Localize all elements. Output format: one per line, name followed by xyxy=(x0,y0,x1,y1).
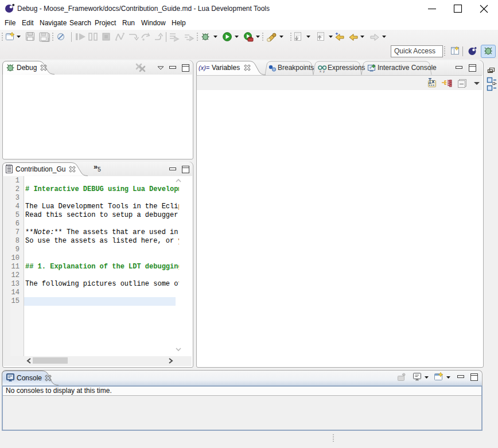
svg-text:x: x xyxy=(320,69,321,73)
svg-text:y: y xyxy=(323,69,325,73)
